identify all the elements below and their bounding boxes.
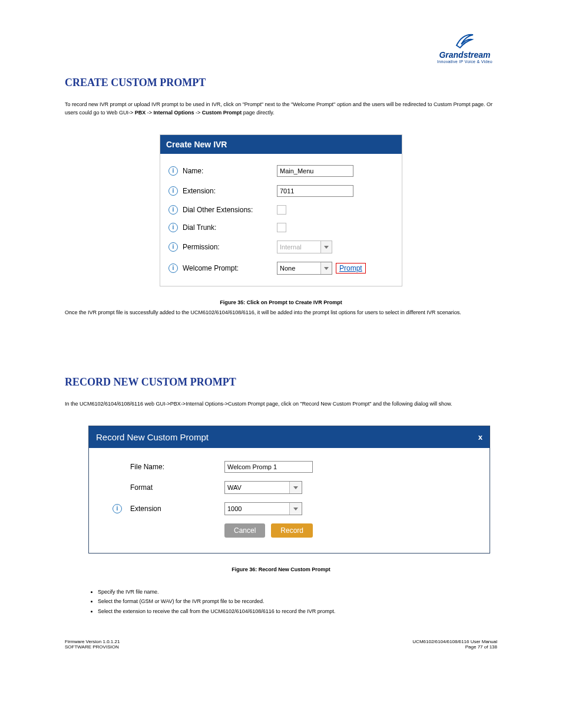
- permission-label: Permission:: [183, 243, 277, 251]
- bullet-item: Select the format (GSM or WAV) for the I…: [98, 597, 497, 605]
- dial-other-extensions-label: Dial Other Extensions:: [183, 206, 277, 214]
- brand-icon: [454, 32, 475, 49]
- footer-manual-title: UCM6102/6104/6108/6116 User Manual: [412, 639, 497, 644]
- bullet-item: Specify the IVR file name.: [98, 588, 497, 596]
- mid-paragraph: Once the IVR prompt file is successfully…: [65, 309, 497, 317]
- cancel-button[interactable]: Cancel: [224, 523, 265, 538]
- dial-trunk-checkbox[interactable]: [277, 223, 286, 232]
- section2-paragraph: In the UCM6102/6104/6108/6116 web GUI->P…: [65, 400, 497, 409]
- chevron-down-icon: [320, 241, 332, 253]
- logo-block: Grandstream Innovative IP Voice & Video: [432, 32, 497, 64]
- info-icon[interactable]: i: [168, 242, 178, 252]
- create-new-ivr-title: Create New IVR: [160, 135, 402, 154]
- file-name-input[interactable]: [224, 461, 313, 473]
- record-extension-select[interactable]: 1000: [224, 502, 302, 515]
- brand-name: Grandstream: [432, 50, 497, 60]
- record-button[interactable]: Record: [271, 523, 313, 538]
- record-extension-label: Extension: [130, 505, 224, 513]
- info-icon[interactable]: i: [113, 504, 122, 513]
- format-select[interactable]: WAV: [224, 481, 302, 494]
- record-new-custom-prompt-dialog: Record New Custom Prompt x File Name: Fo…: [88, 426, 490, 554]
- info-icon[interactable]: i: [168, 166, 178, 176]
- section-heading-create-custom-prompt: CREATE CUSTOM PROMPT: [65, 77, 497, 89]
- chevron-down-icon[interactable]: [289, 503, 302, 515]
- info-icon[interactable]: i: [168, 263, 178, 273]
- footer-section: SOFTWARE PROVISION: [65, 644, 120, 650]
- intro-paragraph-1: To record new IVR prompt or upload IVR p…: [65, 101, 497, 117]
- name-label: Name:: [183, 167, 277, 175]
- close-icon[interactable]: x: [478, 433, 482, 442]
- brand-tagline: Innovative IP Voice & Video: [432, 60, 497, 64]
- dial-other-extensions-checkbox[interactable]: [277, 205, 286, 215]
- permission-select: Internal: [277, 241, 332, 253]
- section-heading-record-new-custom-prompt: RECORD NEW CUSTOM PROMPT: [65, 376, 497, 388]
- figure-caption-1: Figure 35: Click on Prompt to Create IVR…: [65, 299, 497, 305]
- footer-page-number: Page 77 of 138: [412, 644, 497, 650]
- prompt-link[interactable]: Prompt: [336, 263, 366, 274]
- extension-label: Extension:: [183, 187, 277, 195]
- extension-input[interactable]: [277, 185, 353, 197]
- record-dialog-title: Record New Custom Prompt: [96, 432, 209, 442]
- bullet-item: Select the extension to receive the call…: [98, 607, 497, 615]
- chevron-down-icon[interactable]: [289, 482, 302, 493]
- name-input[interactable]: [277, 165, 353, 177]
- page-footer: Firmware Version 1.0.1.21 SOFTWARE PROVI…: [65, 639, 497, 650]
- file-name-label: File Name:: [130, 463, 224, 471]
- welcome-prompt-select[interactable]: None: [277, 262, 332, 275]
- format-label: Format: [130, 483, 224, 492]
- info-icon[interactable]: i: [168, 205, 178, 215]
- welcome-prompt-label: Welcome Prompt:: [183, 264, 277, 272]
- create-new-ivr-panel: Create New IVR i Name: i Extension: i Di…: [160, 134, 402, 286]
- info-icon[interactable]: i: [168, 186, 178, 196]
- dial-trunk-label: Dial Trunk:: [183, 223, 277, 232]
- info-icon[interactable]: i: [168, 223, 178, 232]
- footer-firmware: Firmware Version 1.0.1.21: [65, 639, 120, 644]
- figure-caption-2: Figure 36: Record New Custom Prompt: [65, 566, 497, 572]
- bullet-list: Specify the IVR file name. Select the fo…: [74, 588, 497, 615]
- chevron-down-icon[interactable]: [320, 262, 332, 274]
